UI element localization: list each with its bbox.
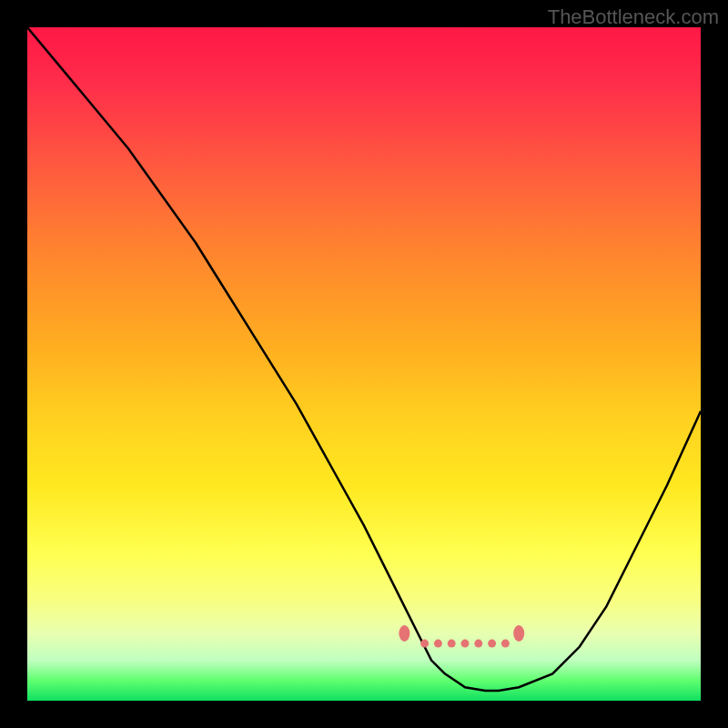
bottleneck-curve bbox=[27, 27, 701, 691]
flat-zone-dot bbox=[474, 640, 482, 648]
flat-zone-dot bbox=[501, 640, 510, 648]
chart-container: TheBottleneck.com bbox=[0, 0, 728, 728]
plot-area bbox=[27, 27, 701, 701]
watermark-text: TheBottleneck.com bbox=[548, 5, 719, 29]
flat-zone-endpoint bbox=[399, 625, 410, 642]
flat-zone-dot bbox=[461, 640, 470, 648]
flat-zone-dot bbox=[420, 640, 429, 648]
flat-zone-dot bbox=[488, 640, 496, 648]
flat-zone-endpoint bbox=[513, 625, 524, 642]
flat-zone-dot bbox=[448, 640, 456, 648]
flat-zone-markers bbox=[399, 625, 524, 648]
flat-zone-dot bbox=[434, 640, 442, 648]
curve-layer bbox=[27, 27, 701, 701]
